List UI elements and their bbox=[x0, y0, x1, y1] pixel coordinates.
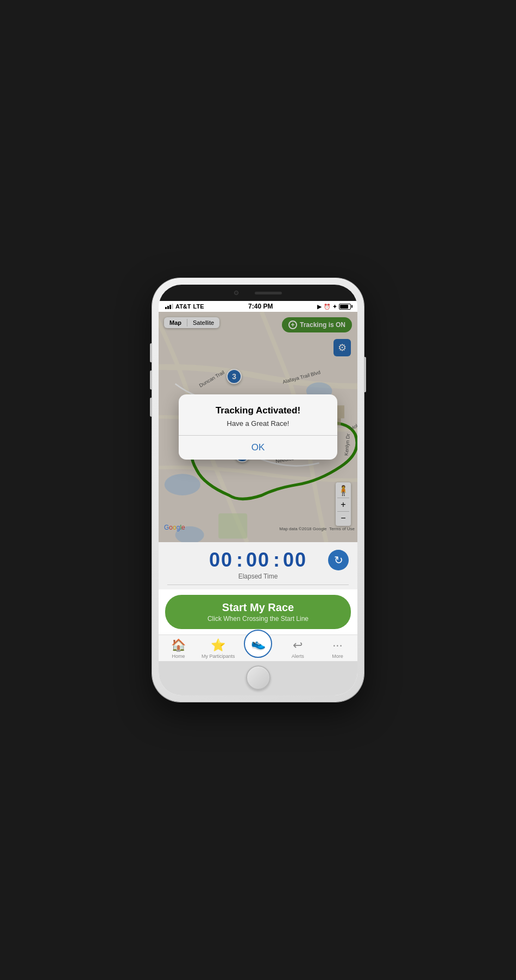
dialog-content: Tracking Activated! Have a Great Race! bbox=[179, 394, 338, 435]
speaker bbox=[255, 292, 282, 294]
home-button[interactable] bbox=[246, 665, 270, 690]
front-camera bbox=[234, 291, 238, 295]
footprint-icon: 👟 bbox=[251, 637, 266, 651]
timer-row: 00 : 00 : 00 ↻ bbox=[167, 549, 349, 571]
start-race-button[interactable]: Start My Race Click When Crossing the St… bbox=[165, 595, 351, 629]
timer-minutes: 00 bbox=[246, 549, 270, 571]
timer-section: 00 : 00 : 00 ↻ Elapsed Time bbox=[159, 542, 357, 589]
tab-home[interactable]: 🏠 Home bbox=[159, 638, 198, 659]
tab-bar: 🏠 Home ⭐ My Participants 👟 ↩ Alerts ··· … bbox=[159, 635, 357, 661]
tab-participants[interactable]: ⭐ My Participants bbox=[198, 638, 238, 659]
battery-icon bbox=[339, 304, 351, 310]
dialog-box: Tracking Activated! Have a Great Race! O… bbox=[179, 394, 338, 460]
timer-hours: 00 bbox=[209, 549, 233, 571]
tab-alerts-label: Alerts bbox=[292, 654, 304, 659]
timer-colon-1: : bbox=[236, 549, 243, 571]
phone-top-bar bbox=[159, 285, 357, 301]
phone-screen: AT&T LTE 7:40 PM ▶ ⏰ ✦ bbox=[159, 285, 357, 695]
location-icon: ▶ bbox=[317, 304, 322, 310]
bluetooth-icon: ✦ bbox=[332, 304, 337, 310]
timer-seconds: 00 bbox=[283, 549, 307, 571]
timer-divider bbox=[167, 585, 349, 585]
tab-more[interactable]: ··· More bbox=[318, 638, 357, 659]
alerts-icon: ↩ bbox=[293, 638, 303, 652]
dialog-message: Have a Great Race! bbox=[187, 419, 329, 428]
tab-alerts[interactable]: ↩ Alerts bbox=[278, 638, 318, 659]
participants-icon: ⭐ bbox=[211, 638, 225, 652]
more-icon: ··· bbox=[332, 638, 342, 652]
dialog-title: Tracking Activated! bbox=[187, 405, 329, 416]
start-race-title: Start My Race bbox=[174, 601, 342, 614]
signal-bars bbox=[165, 304, 173, 309]
status-time: 7:40 PM bbox=[248, 303, 273, 310]
status-left: AT&T LTE bbox=[165, 303, 204, 310]
alarm-icon: ⏰ bbox=[324, 304, 330, 310]
tab-more-label: More bbox=[332, 654, 343, 659]
dialog-ok-button[interactable]: OK bbox=[179, 436, 338, 460]
status-bar: AT&T LTE 7:40 PM ▶ ⏰ ✦ bbox=[159, 301, 357, 312]
home-icon: 🏠 bbox=[171, 638, 186, 652]
battery-fill bbox=[340, 305, 348, 309]
timer-colon-2: : bbox=[273, 549, 280, 571]
phone-frame: AT&T LTE 7:40 PM ▶ ⏰ ✦ bbox=[152, 278, 364, 702]
tab-home-label: Home bbox=[172, 654, 185, 659]
dialog-overlay: Tracking Activated! Have a Great Race! O… bbox=[159, 312, 357, 542]
carrier-label: AT&T bbox=[175, 303, 191, 310]
home-button-area bbox=[159, 661, 357, 695]
map-area: N Hunt Club Cobb Dr Needles Trail Duncan… bbox=[159, 312, 357, 542]
tab-participants-label: My Participants bbox=[202, 654, 235, 659]
status-right: ▶ ⏰ ✦ bbox=[317, 304, 351, 310]
start-race-subtitle: Click When Crossing the Start Line bbox=[174, 615, 342, 623]
network-label: LTE bbox=[193, 303, 204, 310]
tab-race-center[interactable]: 👟 bbox=[238, 639, 278, 658]
dialog-buttons: OK bbox=[179, 436, 338, 460]
timer-reset-button[interactable]: ↻ bbox=[328, 550, 349, 570]
elapsed-label: Elapsed Time bbox=[238, 573, 278, 580]
center-tab-icon: 👟 bbox=[244, 630, 272, 658]
